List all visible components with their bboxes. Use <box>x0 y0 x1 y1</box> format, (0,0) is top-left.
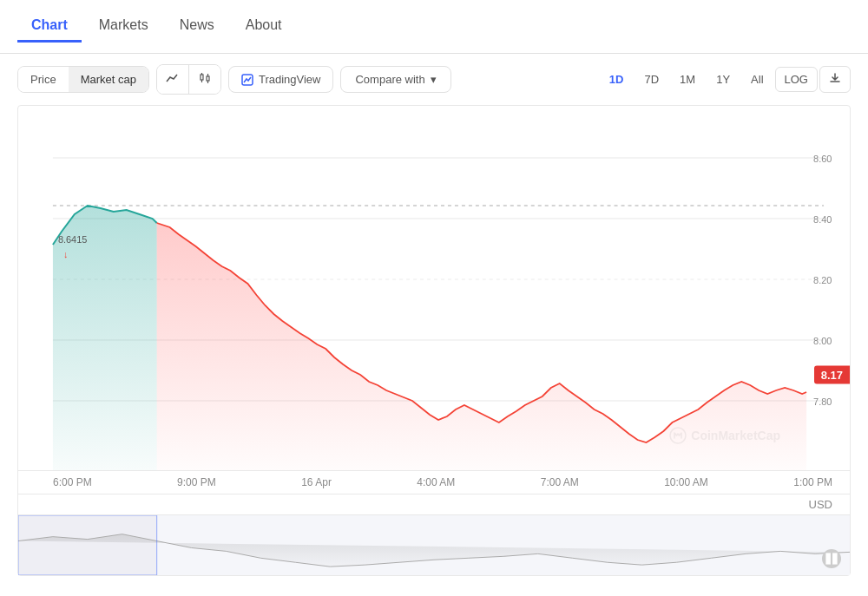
x-label-3: 4:00 AM <box>417 476 455 488</box>
line-chart-button[interactable] <box>157 65 188 94</box>
price-marketcap-group: Price Market cap <box>17 66 149 93</box>
x-axis: 6:00 PM 9:00 PM 16 Apr 4:00 AM 7:00 AM 1… <box>18 470 850 494</box>
time-1m-button[interactable]: 1M <box>670 67 705 92</box>
time-all-button[interactable]: All <box>741 67 773 92</box>
tradingview-label: TradingView <box>259 73 321 86</box>
mini-chart-svg <box>18 515 850 575</box>
time-range-group: 1D 7D 1M 1Y All LOG <box>600 66 851 93</box>
mini-chart[interactable] <box>18 514 850 575</box>
nav-tabs: Chart Markets News About <box>0 0 868 54</box>
current-price-label: 8.17 <box>814 366 850 384</box>
tab-about[interactable]: About <box>232 10 296 43</box>
main-container: Chart Markets News About Price Market ca… <box>0 0 868 576</box>
svg-rect-3 <box>207 76 209 81</box>
chart-type-group <box>156 64 221 95</box>
x-label-0: 6:00 PM <box>53 476 92 488</box>
toolbar: Price Market cap <box>0 54 868 105</box>
tab-chart[interactable]: Chart <box>17 10 82 43</box>
svg-text:8.6415: 8.6415 <box>58 234 88 245</box>
svg-text:8.20: 8.20 <box>813 275 832 285</box>
price-button[interactable]: Price <box>18 67 69 92</box>
pause-button[interactable] <box>822 549 841 568</box>
time-1y-button[interactable]: 1Y <box>707 67 740 92</box>
tradingview-button[interactable]: TradingView <box>228 66 334 93</box>
svg-text:8.60: 8.60 <box>813 154 832 164</box>
download-button[interactable] <box>819 66 851 93</box>
x-label-1: 9:00 PM <box>177 476 216 488</box>
svg-text:8.00: 8.00 <box>813 336 832 346</box>
compare-label: Compare with <box>355 73 424 86</box>
x-label-5: 10:00 AM <box>664 476 708 488</box>
tab-markets[interactable]: Markets <box>85 10 162 43</box>
svg-rect-0 <box>201 75 203 80</box>
svg-text:↓: ↓ <box>63 249 68 259</box>
x-label-6: 1:00 PM <box>793 476 832 488</box>
main-chart-area: 8.6415 ↓ 8.60 8.40 8.20 8.00 7.80 8.17 C… <box>18 106 850 470</box>
svg-rect-21 <box>18 515 157 575</box>
svg-text:7.80: 7.80 <box>813 396 832 407</box>
chevron-down-icon: ▾ <box>431 73 437 86</box>
time-1d-button[interactable]: 1D <box>600 67 634 92</box>
tab-news[interactable]: News <box>166 10 228 43</box>
time-7d-button[interactable]: 7D <box>635 67 668 92</box>
candle-chart-button[interactable] <box>188 65 220 94</box>
chart-wrapper: 8.6415 ↓ 8.60 8.40 8.20 8.00 7.80 8.17 C… <box>17 105 851 576</box>
market-cap-button[interactable]: Market cap <box>69 67 148 92</box>
svg-rect-23 <box>825 553 831 564</box>
svg-text:8.40: 8.40 <box>813 214 832 225</box>
log-button[interactable]: LOG <box>775 67 818 92</box>
currency-label: USD <box>18 494 850 514</box>
x-label-4: 7:00 AM <box>541 476 579 488</box>
x-label-2: 16 Apr <box>301 476 332 488</box>
compare-button[interactable]: Compare with ▾ <box>340 66 450 93</box>
svg-rect-24 <box>832 553 838 564</box>
chart-svg: 8.6415 ↓ 8.60 8.40 8.20 8.00 7.80 <box>18 106 850 470</box>
